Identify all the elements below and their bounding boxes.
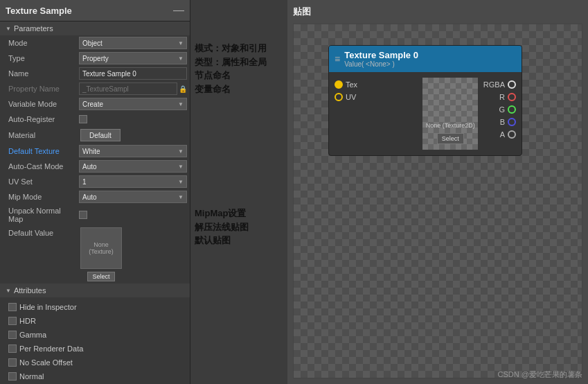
mode-dropdown[interactable]: Object ▼ <box>79 37 187 49</box>
r-port-circle <box>508 93 516 101</box>
attr-hide-inspector-label: Hide in Inspector <box>19 303 77 311</box>
uv-set-value: 1 ▼ <box>76 174 190 189</box>
name-label: Name <box>0 66 76 81</box>
node-subtitle: Value( <None> ) <box>344 60 516 68</box>
attr-hide-inspector: Hide in Inspector <box>0 300 190 314</box>
annotation-mid: MipMap设置解压法线贴图默认贴图 <box>195 207 283 247</box>
auto-cast-mode-dropdown-text: Auto <box>82 163 97 171</box>
uv-port-circle <box>335 93 343 101</box>
uv-set-dropdown[interactable]: 1 ▼ <box>79 175 187 188</box>
node-graph-area[interactable]: ≡ Texture Sample 0 Value( <None> ) Tex U… <box>293 24 582 378</box>
mode-label: Mode <box>0 35 76 51</box>
variable-mode-value: Create ▼ <box>76 96 190 112</box>
watermark: CSDN @爱吃芒果的薯条 <box>498 369 582 380</box>
attr-normal-checkbox[interactable] <box>8 372 17 381</box>
parameters-triangle-icon: ▼ <box>6 26 11 32</box>
node-card: ≡ Texture Sample 0 Value( <None> ) Tex U… <box>328 45 522 156</box>
mip-mode-dropdown[interactable]: Auto ▼ <box>79 191 187 203</box>
attributes-section-label: Attributes <box>14 286 46 295</box>
type-dropdown-text: Property <box>82 55 109 62</box>
b-port-circle <box>508 118 516 126</box>
variable-mode-dropdown-text: Create <box>82 101 103 108</box>
right-panel: 贴图 ≡ Texture Sample 0 Value( <None> ) Te… <box>287 0 588 384</box>
texture-preview: None (Texture) <box>80 227 122 269</box>
uv-port-label: UV <box>346 93 356 101</box>
g-port-circle <box>508 105 516 114</box>
uv-set-dropdown-arrow: ▼ <box>178 179 184 185</box>
mode-dropdown-text: Object <box>82 40 103 47</box>
material-default-button[interactable]: Default <box>80 129 121 141</box>
variable-mode-dropdown[interactable]: Create ▼ <box>79 98 187 110</box>
node-title-block: Texture Sample 0 Value( <None> ) <box>344 50 516 68</box>
auto-register-checkbox[interactable] <box>79 115 87 123</box>
a-output-row: A <box>500 130 516 139</box>
annotation-top: 模式：对象和引用类型：属性和全局节点命名变量命名 <box>195 42 283 96</box>
tex-port-row: Tex <box>335 80 417 89</box>
unpack-normal-map-checkbox[interactable] <box>79 211 87 219</box>
rgba-label: RGBA <box>483 80 505 89</box>
auto-cast-mode-dropdown-arrow: ▼ <box>178 164 184 170</box>
mip-mode-dropdown-arrow: ▼ <box>178 194 184 200</box>
node-header: ≡ Texture Sample 0 Value( <None> ) <box>329 46 522 72</box>
default-texture-dropdown[interactable]: White ▼ <box>79 145 187 157</box>
unpack-normal-map-value <box>76 204 190 225</box>
attr-per-renderer-data-checkbox[interactable] <box>8 344 17 353</box>
attr-hide-inspector-checkbox[interactable] <box>8 303 17 311</box>
panel-close-button[interactable]: — <box>173 4 184 17</box>
default-texture-label: Default Texture <box>0 143 76 159</box>
name-value <box>76 66 190 81</box>
rgba-output-row: RGBA <box>483 80 516 89</box>
attr-no-scale-offset-checkbox[interactable] <box>8 358 17 367</box>
attr-normal-label: Normal <box>19 372 44 381</box>
b-label: B <box>500 118 505 126</box>
attributes-section-header[interactable]: ▼ Attributes <box>0 283 190 297</box>
auto-register-label: Auto-Register <box>0 112 76 127</box>
variable-mode-label: Variable Mode <box>0 96 76 112</box>
mip-mode-dropdown-text: Auto <box>82 193 97 201</box>
b-output-row: B <box>500 118 516 126</box>
default-texture-value: White ▼ <box>76 143 190 159</box>
mode-dropdown-arrow: ▼ <box>178 40 184 46</box>
rgba-port-circle <box>508 80 516 89</box>
material-label: Material <box>8 131 78 139</box>
default-value-row: Default Value None (Texture) Select <box>0 225 190 283</box>
material-row: Material Default <box>0 127 190 143</box>
lock-icon: 🔒 <box>179 85 187 93</box>
uv-port-row: UV <box>335 93 417 101</box>
parameters-section-header[interactable]: ▼ Parameters <box>0 21 190 35</box>
node-select-button[interactable]: Select <box>437 133 464 144</box>
attr-no-scale-offset-label: No Scale Offset <box>19 358 73 367</box>
texture-select-button[interactable]: Select <box>87 272 114 281</box>
variable-mode-dropdown-arrow: ▼ <box>178 101 184 107</box>
left-panel: Texture Sample — ▼ Parameters Mode Objec… <box>0 0 190 384</box>
property-name-text: _TextureSampl <box>79 82 177 95</box>
attr-hdr-checkbox[interactable] <box>8 317 17 325</box>
attributes-triangle-icon: ▼ <box>6 288 11 294</box>
type-dropdown[interactable]: Property ▼ <box>79 52 187 64</box>
node-preview-content: None (Texture2D) Select <box>423 119 478 150</box>
node-menu-icon[interactable]: ≡ <box>335 53 340 64</box>
none-texture2d-label: None (Texture2D) <box>426 122 475 129</box>
texture-preview-text-line1: None <box>93 241 109 248</box>
name-input[interactable] <box>79 67 187 80</box>
attr-gamma: Gamma <box>0 328 190 342</box>
default-value-container: None (Texture) Select <box>80 227 122 281</box>
panel-title-bar: Texture Sample — <box>0 0 190 21</box>
attr-gamma-checkbox[interactable] <box>8 331 17 339</box>
default-texture-dropdown-text: White <box>82 148 100 155</box>
mode-value: Object ▼ <box>76 35 190 51</box>
g-output-row: G <box>499 105 516 114</box>
auto-cast-mode-dropdown[interactable]: Auto ▼ <box>79 160 187 173</box>
parameters-grid: Mode Object ▼ Type Property ▼ Name Prope… <box>0 35 190 283</box>
property-name-label: Property Name <box>0 81 76 96</box>
uv-set-label: UV Set <box>0 174 76 189</box>
attr-hdr: HDR <box>0 314 190 328</box>
attr-per-renderer-data-label: Per Renderer Data <box>19 344 83 353</box>
texture-preview-text-line2: (Texture) <box>89 248 114 255</box>
r-output-row: R <box>499 93 516 101</box>
attr-gamma-label: Gamma <box>19 331 46 339</box>
node-title: Texture Sample 0 <box>344 50 516 60</box>
node-preview: None (Texture2D) Select <box>422 78 478 150</box>
default-value-label: Default Value <box>8 227 78 237</box>
unpack-normal-map-label: Unpack Normal Map <box>0 204 76 225</box>
